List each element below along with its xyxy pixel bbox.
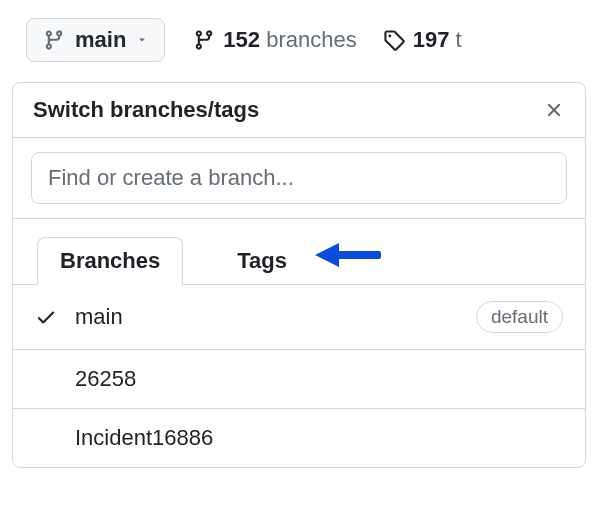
tag-icon <box>383 29 405 51</box>
tags-label: t <box>456 27 462 52</box>
git-branch-icon <box>43 29 65 51</box>
branch-row[interactable]: 26258 <box>13 349 585 408</box>
tags-count: 197 <box>413 27 450 52</box>
branch-row[interactable]: main default <box>13 285 585 349</box>
popover-header: Switch branches/tags <box>13 83 585 138</box>
check-icon <box>35 306 75 328</box>
caret-down-icon <box>136 34 148 46</box>
git-branch-icon <box>193 29 215 51</box>
tab-tags[interactable]: Tags <box>215 238 309 284</box>
annotation-arrow-icon <box>315 239 383 271</box>
tabs: Branches Tags <box>13 219 585 285</box>
branch-name: Incident16886 <box>75 425 563 451</box>
branch-name: 26258 <box>75 366 563 392</box>
branch-row[interactable]: Incident16886 <box>13 408 585 467</box>
branch-list: main default 26258 Incident16886 <box>13 285 585 467</box>
repo-top-bar: main 152 branches 197 t <box>0 0 598 82</box>
close-icon <box>543 99 565 121</box>
branch-selector-button[interactable]: main <box>26 18 165 62</box>
search-wrap <box>13 138 585 219</box>
popover-title: Switch branches/tags <box>33 97 259 123</box>
branch-switcher-popover: Switch branches/tags Branches Tags main … <box>12 82 586 468</box>
branches-link[interactable]: 152 branches <box>193 27 356 53</box>
branch-search-input[interactable] <box>31 152 567 204</box>
tab-branches[interactable]: Branches <box>37 237 183 285</box>
default-badge: default <box>476 301 563 333</box>
branch-name: main <box>75 304 476 330</box>
branches-label: branches <box>266 27 357 52</box>
svg-rect-1 <box>337 251 381 259</box>
repo-meta: 152 branches 197 t <box>193 27 461 53</box>
current-branch-name: main <box>75 27 126 53</box>
tags-link[interactable]: 197 t <box>383 27 462 53</box>
svg-marker-0 <box>315 243 339 267</box>
close-button[interactable] <box>543 99 565 121</box>
branches-count: 152 <box>223 27 260 52</box>
